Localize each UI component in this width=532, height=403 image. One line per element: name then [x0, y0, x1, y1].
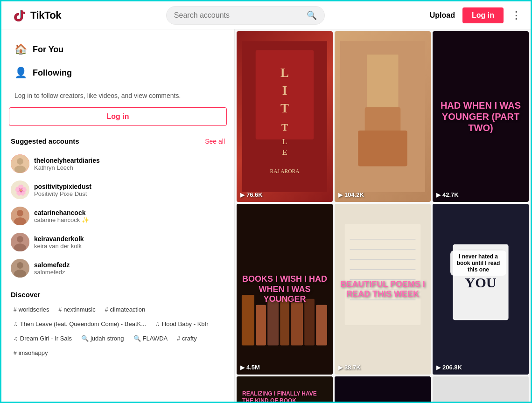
video-card[interactable]: L I T T L E RAJ ARORA ▶ 76.6K	[237, 31, 333, 202]
for-you-label: For You	[33, 45, 63, 55]
hashtag-icon: #	[14, 350, 17, 356]
logo-text: TikTok	[30, 9, 61, 21]
video-card[interactable]: realizing I finally have the kind of boo…	[237, 376, 333, 403]
video-view-count: ▶ 104.2K	[338, 191, 364, 198]
login-button[interactable]: Log in	[462, 7, 504, 23]
video-card[interactable]: YOU I never hated a book until I read th…	[433, 204, 529, 375]
play-icon: ▶	[240, 192, 245, 198]
video-grid: L I T T L E RAJ ARORA ▶ 76.6K	[235, 29, 531, 403]
upload-button[interactable]: Upload	[430, 11, 455, 20]
account-name: keiravanderkolk	[34, 235, 84, 243]
video-title: realizing I finally have the kind of boo…	[242, 390, 327, 403]
svg-point-7	[17, 210, 23, 216]
avatar	[11, 233, 29, 251]
play-icon: ▶	[436, 192, 441, 198]
tag-label: crafty	[182, 335, 197, 342]
discover-section: Discover # worldseries # nextinmusic # c…	[9, 291, 227, 358]
more-options-button[interactable]: ⋮	[511, 9, 521, 21]
video-title-overlay: BEAUTIFUL POEMS I READ THIS WEEK	[335, 204, 431, 375]
account-item[interactable]: thelonelyheartdiaries Kathryn Leech	[9, 151, 227, 177]
music-icon: ♫	[155, 320, 160, 327]
video-title-overlay: THIS IS YOUR SIGN	[433, 376, 529, 403]
avatar: 🌸	[11, 181, 29, 199]
following-icon: 👤	[14, 67, 27, 79]
account-item[interactable]: catarinehancock catarine hancock ✨	[9, 203, 227, 229]
sidebar: 🏠 For You 👤 Following Log in to follow c…	[1, 29, 235, 403]
video-title: HAD WHEN I WAS YOUNGER (part two)	[438, 100, 523, 133]
account-info: keiravanderkolk keira van der kolk	[34, 235, 84, 250]
hashtag-tag[interactable]: # worldseries	[11, 304, 52, 315]
suggested-header: Suggested accounts See all	[9, 137, 227, 145]
bubble-text: I never hated a book until I read this o…	[450, 250, 506, 276]
tag-label: climateaction	[110, 306, 145, 313]
svg-point-13	[17, 262, 23, 269]
avatar	[11, 154, 29, 173]
account-handle: salomefedz	[34, 269, 70, 276]
music-icon: ♫	[14, 335, 18, 342]
video-view-count: ▶ 42.7K	[436, 191, 459, 198]
video-card[interactable]: HAD WHEN I WAS YOUNGER (part two) ▶ 42.7…	[433, 31, 529, 202]
tag-label: imsohappy	[19, 349, 48, 356]
svg-rect-27	[358, 131, 407, 167]
svg-rect-25	[367, 55, 398, 108]
suggested-title: Suggested accounts	[11, 137, 79, 145]
search-tag[interactable]: 🔍 FLAWDA	[131, 333, 171, 344]
search-tag[interactable]: 🔍 judah strong	[78, 333, 127, 344]
account-info: thelonelyheartdiaries Kathryn Leech	[34, 157, 100, 171]
account-info: catarinehancock catarine hancock ✨	[34, 209, 89, 223]
video-card[interactable]: BEAUTIFUL POEMS I READ THIS WEEK ▶ 38.7K	[335, 204, 431, 375]
search-bar[interactable]: 🔍	[166, 6, 325, 25]
svg-text:E: E	[282, 148, 287, 157]
discover-tags: # worldseries # nextinmusic # climateact…	[11, 304, 225, 358]
account-handle: Kathryn Leech	[34, 164, 100, 171]
play-icon: ▶	[338, 364, 343, 371]
account-name: thelonelyheartdiaries	[34, 157, 100, 164]
account-name: salomefedz	[34, 261, 70, 269]
video-card[interactable]: ▶ 104.2K	[335, 31, 431, 202]
svg-text:L: L	[282, 137, 287, 146]
svg-text:L: L	[280, 66, 289, 80]
video-title-overlay: realizing I finally have the kind of boo…	[237, 376, 333, 403]
header: TikTok 🔍 Upload Log in ⋮	[1, 1, 531, 29]
hashtag-tag[interactable]: # climateaction	[102, 304, 148, 315]
search-input[interactable]	[174, 11, 303, 20]
video-card[interactable]: THE STORM BOOKS YOU WOULD ENJOY based on…	[335, 376, 431, 403]
svg-text:YOU: YOU	[465, 275, 496, 291]
account-item[interactable]: 🌸 positivitypixiedust Positivity Pixie D…	[9, 177, 227, 203]
hashtag-tag[interactable]: # crafty	[174, 333, 199, 344]
music-tag[interactable]: ♫ Dream Girl - Ir Sais	[11, 333, 75, 344]
music-label: Dream Girl - Ir Sais	[20, 335, 72, 342]
music-tag[interactable]: ♫ Hood Baby - Kbfr	[153, 319, 211, 329]
sidebar-item-for-you[interactable]: 🏠 For You	[9, 39, 227, 60]
video-title-overlay: BOOKS YOU WOULD ENJOY based on your ZODI…	[335, 376, 431, 403]
sidebar-item-following[interactable]: 👤 Following	[9, 62, 227, 83]
svg-rect-26	[365, 107, 401, 134]
svg-text:🌸: 🌸	[14, 184, 28, 196]
avatar	[11, 259, 29, 278]
video-view-count: ▶ 4.5M	[240, 364, 260, 371]
see-all-button[interactable]: See all	[205, 138, 225, 145]
video-card[interactable]: THIS IS YOUR SIGN ▶ 45.5K	[433, 376, 529, 403]
login-action-button[interactable]: Log in	[9, 107, 227, 126]
search-label: judah strong	[91, 335, 124, 342]
hashtag-icon: #	[58, 306, 62, 313]
video-title: BOOKS I WISH I HAD WHEN I WAS YOUNGER	[242, 274, 327, 305]
account-info: salomefedz salomefedz	[34, 261, 70, 276]
hashtag-tag[interactable]: # nextinmusic	[56, 304, 98, 315]
logo-area: TikTok	[11, 7, 61, 24]
search-label: FLAWDA	[143, 335, 168, 342]
play-icon: ▶	[338, 192, 343, 198]
hashtag-tag[interactable]: # imsohappy	[11, 347, 51, 358]
music-icon: ♫	[14, 320, 18, 327]
account-item[interactable]: salomefedz salomefedz	[9, 255, 227, 281]
video-view-count: ▶ 206.8K	[436, 364, 462, 371]
play-icon: ▶	[240, 364, 245, 371]
account-item[interactable]: keiravanderkolk keira van der kolk	[9, 229, 227, 255]
video-card[interactable]: BOOKS I WISH I HAD WHEN I WAS YOUNGER ▶ …	[237, 204, 333, 375]
search-icon: 🔍	[307, 10, 317, 21]
account-handle: Positivity Pixie Dust	[34, 190, 91, 197]
music-tag[interactable]: ♫ Then Leave (feat. Queendom Come) - Bea…	[11, 319, 149, 329]
search-small-icon: 🔍	[81, 335, 89, 342]
hashtag-icon: #	[105, 306, 108, 313]
search-small-icon: 🔍	[133, 335, 141, 342]
